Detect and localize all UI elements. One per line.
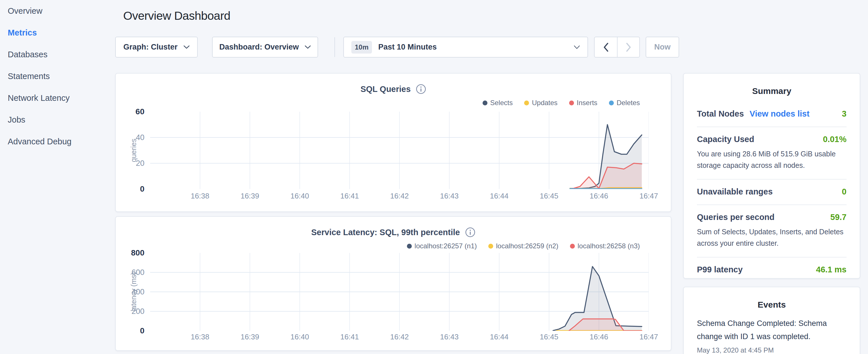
y-tick-label: 800: [120, 248, 145, 258]
y-tick-label: 400: [120, 287, 145, 297]
x-tick-label: 16:45: [532, 192, 566, 200]
plot-area[interactable]: [150, 253, 649, 331]
dashboard-dropdown-label: Dashboard: Overview: [219, 43, 299, 52]
summary-value: 0: [842, 187, 846, 196]
legend: SelectsUpdatesInsertsDeletes: [483, 99, 640, 107]
controls-divider: [334, 37, 335, 57]
time-window-dropdown[interactable]: 10m Past 10 Minutes: [343, 37, 588, 58]
summary-row-capacity-used: Capacity Used 0.01% You are using 28.6 M…: [697, 127, 846, 180]
x-tick-label: 16:47: [631, 332, 666, 342]
legend-dot: [483, 100, 488, 105]
legend-item: Updates: [524, 99, 557, 107]
x-tick-label: 16:46: [582, 332, 616, 342]
y-tick-label: 0: [120, 184, 145, 194]
x-tick-label: 16:44: [482, 192, 517, 200]
x-tick-label: 16:38: [183, 332, 217, 342]
summary-subtext: Sum of Selects, Updates, Inserts, and De…: [697, 226, 846, 249]
now-button[interactable]: Now: [646, 37, 679, 58]
legend-dot: [570, 244, 575, 249]
summary-subtext: You are using 28.6 MiB of 515.9 GiB usab…: [697, 148, 846, 171]
y-tick-label: 20: [120, 158, 145, 168]
event-item[interactable]: Schema Change Completed: Schema change w…: [697, 317, 846, 354]
sidebar: Overview Metrics Databases Statements Ne…: [0, 0, 115, 354]
legend-dot: [488, 244, 493, 249]
sidebar-item-databases[interactable]: Databases: [0, 43, 115, 65]
y-tick-label: 40: [120, 133, 145, 142]
x-tick-label: 16:40: [283, 332, 317, 342]
x-tick-label: 16:42: [382, 192, 417, 200]
event-text: Schema Change Completed: Schema change w…: [697, 317, 846, 344]
time-window-label: Past 10 Minutes: [378, 43, 574, 52]
legend-dot: [524, 100, 529, 105]
y-tick-label: 600: [120, 267, 145, 277]
chevron-down-icon: [183, 45, 190, 49]
summary-row-p99-latency: P99 latency 46.1 ms: [697, 257, 846, 282]
legend-item: localhost:26259 (n2): [488, 242, 558, 250]
time-step-button-group: [594, 37, 640, 58]
chart-title: Service Latency: SQL, 99th percentile: [311, 228, 460, 237]
summary-value: 0.01%: [823, 135, 846, 144]
chart-title-row: Service Latency: SQL, 99th percentile: [116, 227, 671, 237]
x-tick-label: 16:38: [183, 192, 217, 200]
graph-dropdown[interactable]: Graph: Cluster: [115, 37, 198, 58]
summary-panel: Summary Total Nodes View nodes list 3 Ca…: [683, 73, 860, 279]
x-tick-label: 16:46: [582, 192, 616, 200]
page-title: Overview Dashboard: [123, 9, 230, 23]
legend-dot: [609, 100, 614, 105]
legend-item: localhost:26258 (n3): [570, 242, 640, 250]
x-tick-label: 16:44: [482, 332, 517, 342]
plot-area[interactable]: [150, 112, 649, 189]
event-timestamp: May 13, 2020 at 4:45 PM: [697, 346, 846, 354]
summary-row-unavailable-ranges: Unavailable ranges 0: [697, 180, 846, 205]
summary-label: P99 latency: [697, 265, 743, 275]
sidebar-item-metrics[interactable]: Metrics: [0, 22, 115, 43]
x-tick-label: 16:43: [432, 332, 467, 342]
sidebar-item-overview[interactable]: Overview: [0, 0, 115, 22]
x-tick-label: 16:45: [532, 332, 566, 342]
x-tick-label: 16:42: [382, 332, 417, 342]
x-tick-label: 16:43: [432, 192, 467, 200]
sidebar-item-advanced-debug[interactable]: Advanced Debug: [0, 131, 115, 152]
dashboard-dropdown[interactable]: Dashboard: Overview: [212, 37, 318, 58]
y-tick-label: 0: [120, 326, 145, 336]
x-tick-label: 16:41: [333, 332, 367, 342]
summary-row-queries-per-second: Queries per second 59.7 Sum of Selects, …: [697, 205, 846, 257]
summary-label: Total Nodes: [697, 109, 744, 119]
sidebar-item-network-latency[interactable]: Network Latency: [0, 87, 115, 109]
summary-value: 59.7: [831, 213, 846, 222]
legend-item: Selects: [483, 99, 513, 107]
events-title: Events: [697, 300, 846, 310]
next-time-button[interactable]: [617, 37, 639, 57]
chevron-down-icon: [574, 45, 580, 49]
now-button-label: Now: [654, 43, 671, 52]
info-icon[interactable]: [416, 84, 426, 94]
time-window-badge: 10m: [351, 41, 372, 54]
summary-value: 46.1 ms: [816, 265, 846, 275]
x-tick-label: 16:39: [233, 332, 267, 342]
x-tick-label: 16:47: [631, 192, 666, 200]
legend: localhost:26257 (n1)localhost:26259 (n2)…: [407, 242, 640, 250]
sidebar-item-jobs[interactable]: Jobs: [0, 109, 115, 131]
view-nodes-list-link[interactable]: View nodes list: [750, 109, 810, 119]
info-icon[interactable]: [465, 227, 475, 237]
summary-label: Capacity Used: [697, 135, 754, 144]
legend-item: Inserts: [569, 99, 597, 107]
sql-queries-chart-card: SQL Queries SelectsUpdatesInsertsDeletes…: [115, 73, 672, 212]
x-tick-label: 16:41: [333, 192, 367, 200]
sidebar-item-statements[interactable]: Statements: [0, 65, 115, 87]
graph-dropdown-label: Graph: Cluster: [123, 43, 177, 52]
legend-item: Deletes: [609, 99, 640, 107]
legend-item: localhost:26257 (n1): [407, 242, 477, 250]
service-latency-chart-card: Service Latency: SQL, 99th percentile lo…: [115, 216, 672, 351]
legend-dot: [569, 100, 574, 105]
chevron-left-icon: [603, 43, 608, 52]
events-panel: Events Schema Change Completed: Schema c…: [683, 287, 860, 354]
y-tick-label: 200: [120, 307, 145, 316]
summary-value: 3: [842, 109, 846, 119]
summary-title: Summary: [697, 86, 846, 96]
x-tick-label: 16:39: [233, 192, 267, 200]
prev-time-button[interactable]: [595, 37, 617, 57]
chart-title: SQL Queries: [361, 85, 411, 94]
summary-label: Queries per second: [697, 213, 775, 222]
chart-title-row: SQL Queries: [116, 84, 671, 94]
